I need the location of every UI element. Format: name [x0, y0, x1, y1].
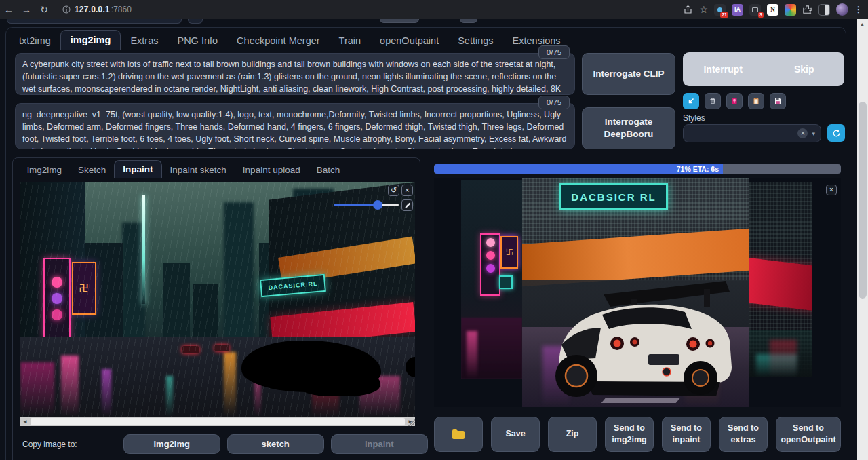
colorful-extension-icon[interactable]: [785, 4, 796, 16]
skip-button[interactable]: Skip: [764, 52, 845, 86]
url-host: 127.0.0.1: [75, 5, 110, 14]
traffic-light-lamp: [486, 264, 495, 273]
address-bar[interactable]: 127.0.0.1:7860: [62, 5, 683, 14]
browser-toolbar: ← → ↻ 127.0.0.1:7860 ☆ 21 IA 3 N ⋮: [0, 0, 868, 19]
browser-scrollbar[interactable]: ▲: [857, 19, 868, 460]
share-icon[interactable]: [683, 5, 693, 15]
copy-to-inpaint-button[interactable]: inpaint: [331, 434, 428, 454]
tab-train[interactable]: Train: [330, 31, 371, 50]
tab-extras[interactable]: Extras: [121, 31, 167, 50]
send-to-img2img-button[interactable]: Send to img2img: [605, 417, 654, 452]
forward-icon[interactable]: →: [18, 4, 35, 15]
tab-settings[interactable]: Settings: [448, 31, 502, 50]
refresh-button-fragment: [188, 19, 203, 24]
canvas-horizontal-scrollbar[interactable]: ◄ ►: [20, 417, 415, 426]
scroll-left-icon[interactable]: ◄: [20, 419, 30, 425]
clear-prompt-button[interactable]: [705, 93, 721, 109]
paste-generation-params-button[interactable]: [683, 93, 699, 109]
scrollbar-thumb[interactable]: [31, 418, 405, 425]
interrogate-deepbooru-button[interactable]: Interrogate DeepBooru: [582, 107, 675, 149]
negative-prompt-input[interactable]: ng_deepnegative_v1_75t, (worst quality, …: [15, 103, 575, 149]
tab-img2img[interactable]: img2img: [60, 30, 121, 50]
interrogate-clip-button[interactable]: Interrogate CLIP: [582, 53, 675, 95]
chevron-down-icon[interactable]: ▾: [812, 130, 815, 137]
folder-icon: [452, 429, 465, 440]
apply-style-button[interactable]: [748, 93, 764, 109]
white-supercar-image: [522, 242, 749, 407]
resize-handle-icon[interactable]: [407, 418, 415, 426]
tab-inpaint-upload[interactable]: Inpaint upload: [235, 161, 309, 178]
tab-sketch[interactable]: Sketch: [70, 161, 114, 178]
extensions-puzzle-icon[interactable]: [802, 5, 812, 15]
bookmark-star-icon[interactable]: ☆: [699, 4, 708, 15]
zip-button[interactable]: Zip: [548, 417, 597, 452]
extra-networks-button[interactable]: [726, 93, 743, 109]
undo-sketch-icon[interactable]: ↺: [388, 185, 399, 196]
extension-icon-ia[interactable]: IA: [732, 4, 743, 16]
back-icon[interactable]: ←: [0, 4, 18, 15]
reload-icon[interactable]: ↻: [35, 4, 53, 15]
scroll-up-icon[interactable]: ▲: [860, 22, 865, 26]
styles-dropdown[interactable]: × ▾: [683, 124, 821, 142]
prompt-input[interactable]: A cyberpunk city street with lots of tra…: [15, 53, 575, 95]
interrupt-button[interactable]: Interrupt: [683, 52, 764, 86]
close-preview-icon[interactable]: ×: [826, 185, 837, 195]
clear-image-icon[interactable]: ×: [401, 185, 413, 196]
tab-openoutpaint[interactable]: openOutpaint: [370, 31, 448, 50]
save-button[interactable]: Save: [491, 417, 540, 452]
send-to-openoutpaint-button[interactable]: Send to openOutpaint: [776, 417, 841, 452]
copy-to-sketch-button[interactable]: sketch: [227, 434, 324, 454]
traffic-light-lamp: [486, 238, 495, 247]
traffic-light-lamp: [486, 251, 495, 260]
checkpoint-dropdown-fragment: [7, 19, 182, 24]
info-icon: [62, 5, 71, 14]
refresh-icon: [832, 129, 841, 138]
copy-image-label: Copy image to:: [22, 440, 77, 449]
tab-batch[interactable]: Batch: [309, 161, 349, 178]
generation-progress-bar: 71% ETA: 6s: [434, 164, 841, 174]
inpaint-canvas[interactable]: 卍 DACASICR RL: [20, 182, 415, 417]
inpaint-mask: [298, 372, 380, 396]
trash-icon: [709, 97, 717, 105]
notion-icon[interactable]: N: [767, 4, 778, 16]
refresh-styles-button[interactable]: [827, 124, 845, 142]
tab-img2img-sub[interactable]: img2img: [19, 161, 70, 178]
copy-to-img2img-button[interactable]: img2img: [123, 434, 220, 454]
negative-prompt-token-counter: 0/75: [538, 96, 570, 109]
neon-sign-text: DACBSICR RL: [559, 183, 668, 210]
open-folder-button[interactable]: [434, 417, 483, 452]
profile-avatar[interactable]: [836, 3, 848, 16]
tab-inpaint-sketch[interactable]: Inpaint sketch: [162, 161, 235, 178]
copy-image-row: Copy image to: img2img sketch inpaint: [22, 434, 428, 454]
preview-center-image: DACBSICR RL: [522, 178, 749, 407]
brush-size-slider[interactable]: [334, 204, 399, 206]
tab-checkpoint-merger[interactable]: Checkpoint Merger: [227, 31, 330, 50]
extension-icon-2[interactable]: 3: [749, 4, 761, 16]
extension-badge: 3: [758, 12, 764, 18]
extension-icon-1[interactable]: 21: [714, 4, 726, 16]
generation-controls: Interrupt Skip: [683, 52, 844, 86]
button-fragment: [460, 19, 477, 23]
output-actions: Save Zip Send to img2img Send to inpaint…: [434, 417, 841, 452]
pen-glyph: [404, 202, 411, 209]
neon-sign: [499, 275, 513, 289]
sidebar-toggle-icon[interactable]: [818, 4, 830, 16]
img2img-tab-bar: img2img Sketch Inpaint Inpaint sketch In…: [19, 160, 348, 178]
preview-left-slice: 卐: [461, 180, 522, 379]
send-to-inpaint-button[interactable]: Send to inpaint: [662, 417, 711, 452]
brush-icon[interactable]: [401, 199, 413, 211]
browser-menu-icon[interactable]: ⋮: [854, 5, 863, 14]
save-style-button[interactable]: [770, 93, 786, 109]
progress-label: 71% ETA: 6s: [677, 165, 719, 173]
floppy-disk-icon: [774, 97, 782, 105]
arrow-down-left-icon: [687, 97, 695, 105]
send-to-extras-button[interactable]: Send to extras: [719, 417, 768, 452]
generation-preview[interactable]: 卐 DACBSICR RL: [434, 178, 841, 407]
scrollbar-thumb[interactable]: [859, 102, 867, 299]
tab-txt2img[interactable]: txt2img: [9, 31, 60, 50]
reflection-streak: [770, 340, 797, 377]
clear-styles-icon[interactable]: ×: [797, 128, 808, 138]
tab-inpaint[interactable]: Inpaint: [114, 160, 161, 178]
extension-badge: 21: [720, 12, 728, 18]
tab-png-info[interactable]: PNG Info: [167, 31, 227, 50]
